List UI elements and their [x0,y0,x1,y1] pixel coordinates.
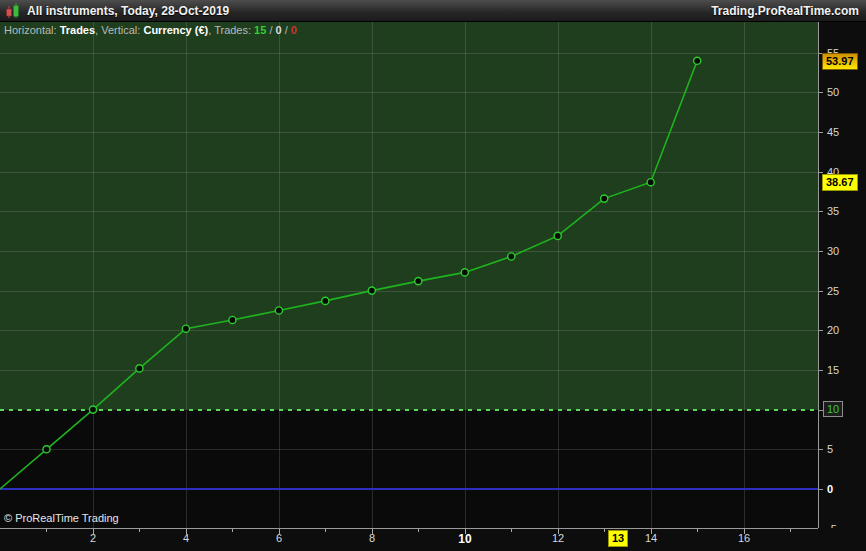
x-axis-tick [697,529,698,532]
x-axis-label: 16 [738,532,750,544]
y-axis-tick [819,172,823,173]
horizontal-label: Horizontal: [4,24,57,36]
trades-won-count: 15 [254,24,266,36]
x-axis-label: 14 [645,532,657,544]
y-axis-tick [819,92,823,93]
data-point[interactable] [322,297,329,304]
chart-title: All instruments, Today, 28-Oct-2019 [27,4,229,18]
separator-slash: / [269,24,272,36]
plot-area[interactable]: Horizontal: Trades, Vertical: Currency (… [0,22,818,528]
separator-slash: / [285,24,288,36]
last-equity-value-label: 53.97 [822,53,858,70]
data-point[interactable] [694,57,701,64]
x-axis-label: 2 [90,532,96,544]
y-axis-label: 10 [823,401,843,417]
y-axis-label: 50 [827,85,839,99]
y-axis-label: 15 [827,363,839,377]
cursor-value-label: 38.67 [822,174,858,191]
data-point[interactable] [229,316,236,323]
x-axis[interactable]: 24681012141613 [0,528,866,551]
data-point[interactable] [647,179,654,186]
y-axis-tick [819,370,823,371]
separator: , [208,24,211,36]
equity-curve [0,22,818,528]
horizontal-value: Trades [60,24,95,36]
data-point[interactable] [89,406,96,413]
y-axis-label: 45 [827,125,839,139]
data-point[interactable] [461,269,468,276]
cursor-x-position-label: 13 [608,530,628,547]
candlestick-chart-icon [5,3,21,19]
trades-count-label: Trades: [214,24,251,36]
vertical-value: Currency (€) [143,24,208,36]
x-axis-label: 10 [458,532,471,546]
x-axis-label: 8 [369,532,375,544]
data-point[interactable] [415,278,422,285]
x-axis-tick [511,529,512,532]
x-axis-tick [418,529,419,532]
y-axis-tick [819,251,823,252]
y-axis-tick [819,449,823,450]
info-bar: Horizontal: Trades, Vertical: Currency (… [4,24,297,36]
y-axis-label: 5 [827,442,833,456]
trades-even-count: 0 [276,24,282,36]
x-axis-tick [46,529,47,532]
separator: , [95,24,98,36]
data-point[interactable] [508,253,515,260]
x-axis-label: 6 [276,532,282,544]
y-axis-tick [819,291,823,292]
y-axis-label: 0 [827,482,833,496]
y-axis-tick [819,489,823,490]
platform-link[interactable]: Trading.ProRealTime.com [711,4,866,18]
y-axis-tick [819,211,823,212]
title-bar-left: All instruments, Today, 28-Oct-2019 [0,3,229,19]
trades-lost-count: 0 [291,24,297,36]
y-axis-label: 25 [827,284,839,298]
x-axis-tick [325,529,326,532]
y-axis[interactable]: -5051015202530354045505553.9738.67 [818,22,866,528]
x-axis-tick [139,529,140,532]
y-axis-label: 20 [827,323,839,337]
y-axis-tick [819,132,823,133]
x-axis-tick [790,529,791,532]
x-axis-label: 4 [183,532,189,544]
x-axis-label: 12 [552,532,564,544]
x-axis-tick [604,529,605,532]
x-axis-tick [232,529,233,532]
title-bar: All instruments, Today, 28-Oct-2019 Trad… [0,0,866,22]
y-axis-label: 35 [827,204,839,218]
data-point[interactable] [554,232,561,239]
copyright: © ProRealTime Trading [4,512,119,524]
data-point[interactable] [601,195,608,202]
data-point[interactable] [43,446,50,453]
equity-line [0,61,697,489]
x-axis-border [0,528,818,529]
y-axis-tick [819,330,823,331]
data-point[interactable] [275,307,282,314]
y-axis-label: 30 [827,244,839,258]
data-point[interactable] [368,287,375,294]
trading-chart-window: All instruments, Today, 28-Oct-2019 Trad… [0,0,866,551]
vertical-label: Vertical: [101,24,140,36]
data-point[interactable] [182,325,189,332]
data-point[interactable] [136,365,143,372]
